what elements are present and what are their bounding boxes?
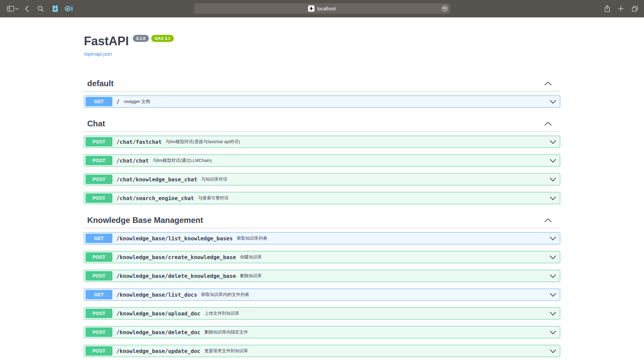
endpoint-row: POST /knowledge_base/upload_doc 上传文件到知识库	[84, 307, 560, 319]
endpoint-row: POST /chat/search_engine_chat 与搜索引擎对话	[84, 192, 560, 204]
chevron-down-icon[interactable]	[550, 100, 556, 104]
page-settings-button[interactable]: •••	[441, 5, 448, 12]
endpoint-summary[interactable]: GET / swagger 文档	[84, 96, 560, 107]
endpoint-row: GET / swagger 文档	[84, 96, 560, 108]
endpoint-row: POST /knowledge_base/update_doc 更新现有文件到知…	[84, 345, 560, 357]
endpoint-summary[interactable]: GET /knowledge_base/list_knowledge_bases…	[84, 233, 560, 244]
method-badge: POST	[86, 271, 112, 281]
new-tab-button[interactable]	[618, 6, 624, 12]
lightning-bolt-icon	[309, 6, 314, 11]
method-badge: GET	[86, 234, 112, 243]
chevron-down-icon[interactable]	[550, 274, 556, 278]
chevron-down-icon	[15, 7, 18, 10]
endpoint-path: /knowledge_base/delete_knowledge_base	[116, 273, 236, 279]
endpoint-summary[interactable]: POST /knowledge_base/delete_doc 删除知识库内指定…	[84, 326, 560, 338]
endpoint-description: 与知识库对话	[201, 176, 550, 182]
address-bar[interactable]: localhost •••	[194, 3, 450, 14]
chevron-down-icon[interactable]	[550, 159, 556, 163]
endpoint-description: 与搜索引擎对话	[198, 195, 550, 201]
endpoint-summary[interactable]: POST /knowledge_base/upload_doc 上传文件到知识库	[84, 308, 560, 319]
endpoint-path: /	[116, 99, 120, 105]
toolbar-left-group	[0, 5, 73, 13]
chevron-down-icon[interactable]	[550, 293, 556, 297]
method-badge: POST	[86, 175, 112, 184]
section-chat: Chat POST /chat/fastchat 与llm模型对话(直接与fas…	[84, 116, 560, 204]
back-arrow-icon	[24, 5, 29, 12]
endpoint-row: GET /knowledge_base/list_knowledge_bases…	[84, 232, 560, 244]
browser-toolbar: localhost •••	[0, 0, 644, 17]
plus-icon	[618, 6, 624, 12]
section-header-knowledge-base-management[interactable]: Knowledge Base Management	[84, 213, 560, 228]
section-header-default[interactable]: default	[84, 76, 560, 92]
endpoint-description: 与llm模型对话(直接与fastchat api对话)	[166, 139, 550, 145]
search-icon	[37, 5, 44, 12]
api-title: FastAPI 0.1.0 OAS 3.1	[84, 34, 560, 48]
stacked-squares-icon	[631, 5, 639, 12]
endpoint-summary[interactable]: POST /knowledge_base/update_doc 更新现有文件到知…	[84, 345, 560, 357]
endpoint-summary[interactable]: POST /knowledge_base/create_knowledge_ba…	[84, 251, 560, 263]
section-title: Chat	[87, 119, 105, 128]
section-default: default GET / swagger 文档	[84, 76, 560, 108]
endpoint-description: 更新现有文件到知识库	[204, 348, 550, 354]
method-badge: GET	[86, 290, 112, 299]
chevron-down-icon[interactable]	[550, 349, 556, 353]
chevron-down-icon[interactable]	[550, 255, 556, 259]
tab-overview-button[interactable]	[631, 5, 639, 12]
extension-bookmark-button[interactable]	[51, 5, 59, 13]
endpoint-path: /knowledge_base/list_knowledge_bases	[116, 235, 233, 242]
api-info: FastAPI 0.1.0 OAS 3.1 /openapi.json	[84, 17, 560, 57]
endpoint-description: 获取知识库列表	[237, 235, 550, 241]
method-badge: POST	[86, 252, 112, 262]
extension-focus-button[interactable]	[64, 5, 73, 12]
endpoint-path: /knowledge_base/delete_doc	[116, 329, 200, 336]
section-title: default	[87, 79, 114, 88]
chevron-down-icon[interactable]	[550, 196, 556, 200]
endpoint-description: swagger 文档	[124, 99, 550, 105]
chevron-down-icon[interactable]	[550, 178, 556, 181]
chevron-down-icon[interactable]	[550, 140, 556, 144]
section-title: Knowledge Base Management	[87, 216, 203, 225]
bookmark-download-icon	[51, 5, 59, 13]
section-header-chat[interactable]: Chat	[84, 116, 560, 132]
section-collapse-button[interactable]	[544, 82, 552, 85]
endpoint-summary[interactable]: POST /chat/search_engine_chat 与搜索引擎对话	[84, 192, 560, 204]
sidebar-menu-chevron-button[interactable]	[15, 7, 18, 10]
site-favicon	[308, 5, 315, 12]
endpoint-summary[interactable]: POST /chat/knowledge_base_chat 与知识库对话	[84, 174, 560, 185]
chevron-down-icon[interactable]	[550, 330, 556, 334]
chevron-up-icon	[544, 122, 552, 126]
section-collapse-button[interactable]	[544, 219, 552, 222]
openapi-spec-link[interactable]: /openapi.json	[84, 51, 112, 57]
endpoint-row: POST /knowledge_base/delete_doc 删除知识库内指定…	[84, 326, 560, 338]
share-button[interactable]	[604, 5, 610, 12]
endpoint-summary[interactable]: POST /chat/chat 与llm模型对话(通过LLMChain)	[84, 155, 560, 166]
share-icon	[604, 5, 610, 12]
endpoint-path: /chat/knowledge_base_chat	[116, 176, 197, 183]
endpoint-description: 获取知识库内的文件列表	[201, 292, 550, 298]
endpoint-summary[interactable]: POST /chat/fastchat 与llm模型对话(直接与fastchat…	[84, 136, 560, 147]
endpoint-row: POST /chat/fastchat 与llm模型对话(直接与fastchat…	[84, 136, 560, 148]
chevron-down-icon[interactable]	[550, 312, 556, 315]
sidebar-icon	[7, 5, 14, 12]
endpoint-description: 删除知识库	[240, 273, 550, 279]
method-badge: POST	[86, 346, 112, 356]
swagger-page: FastAPI 0.1.0 OAS 3.1 /openapi.json defa…	[0, 17, 644, 362]
chevron-down-icon[interactable]	[550, 237, 556, 240]
endpoint-row: POST /knowledge_base/create_knowledge_ba…	[84, 251, 560, 263]
endpoint-row: POST /chat/knowledge_base_chat 与知识库对话	[84, 173, 560, 185]
api-title-text: FastAPI	[84, 34, 129, 48]
address-text: localhost	[317, 6, 336, 11]
endpoint-row: POST /knowledge_base/delete_knowledge_ba…	[84, 270, 560, 282]
endpoint-description: 与llm模型对话(通过LLMChain)	[153, 158, 550, 164]
endpoint-description: 删除知识库内指定文件	[204, 329, 550, 335]
section-collapse-button[interactable]	[544, 122, 552, 126]
rings-star-icon	[64, 5, 73, 12]
endpoint-path: /chat/chat	[116, 158, 149, 164]
sidebar-toggle-button[interactable]	[7, 5, 14, 12]
back-button[interactable]	[24, 5, 29, 12]
endpoint-summary[interactable]: POST /knowledge_base/delete_knowledge_ba…	[84, 270, 560, 282]
endpoint-path: /knowledge_base/upload_doc	[116, 310, 200, 317]
search-button[interactable]	[37, 5, 44, 12]
oas-badge: OAS 3.1	[151, 35, 174, 42]
endpoint-summary[interactable]: GET /knowledge_base/list_docs 获取知识库内的文件列…	[84, 289, 560, 300]
